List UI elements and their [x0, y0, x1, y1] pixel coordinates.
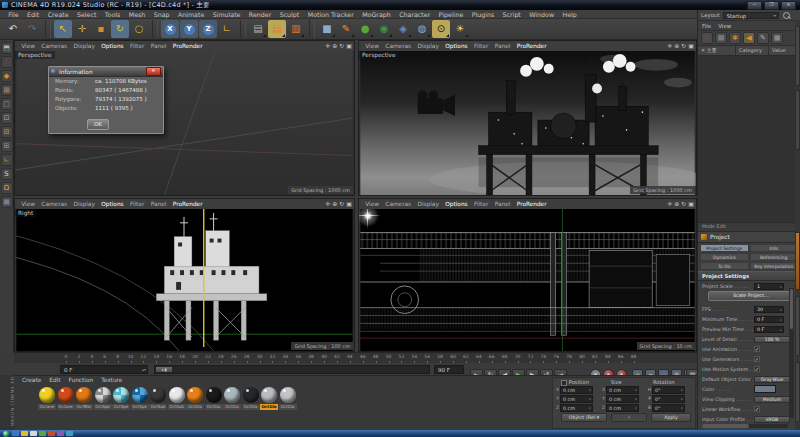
mode-magnet-snap[interactable]: Ω	[1, 182, 13, 194]
attr-checkbox-use-motion-system[interactable]: ✓	[754, 366, 760, 372]
material-12[interactable]: OctGla	[242, 387, 260, 410]
panel-menu-file[interactable]: File	[702, 23, 711, 29]
taskbar-icon-3[interactable]	[30, 431, 37, 436]
viewport-menu-options[interactable]: Options	[98, 201, 127, 207]
tool-lock-x-axis[interactable]: X	[161, 20, 179, 38]
taskbar-icon-7[interactable]	[66, 431, 73, 436]
coord-field[interactable]: 0 cm	[560, 404, 593, 412]
column-header-item[interactable]: ✕ 主要	[698, 46, 736, 55]
tool-undo[interactable]: ↶	[4, 20, 22, 38]
toggle-view-icon[interactable]: ▣	[688, 41, 694, 51]
mode-quantize[interactable]: ▦	[1, 196, 13, 208]
apply-button[interactable]: Apply	[651, 413, 691, 422]
mode-axis-mode[interactable]: ∟	[1, 154, 13, 166]
viewport-menu-cameras[interactable]: Cameras	[382, 43, 414, 49]
layout-dropdown[interactable]: Startup	[723, 12, 779, 19]
dock-tab[interactable]	[795, 296, 800, 356]
plugin-settings-icon[interactable]: ✱	[729, 32, 741, 44]
material-5[interactable]: OctSpe	[112, 387, 130, 410]
viewport-menu-display[interactable]: Display	[414, 43, 442, 49]
tool-lock-z-axis[interactable]: Z	[199, 20, 217, 38]
viewport-wireframe[interactable]: ViewCamerasDisplayOptionsFilterPanelProR…	[358, 198, 697, 352]
menu-tools[interactable]: Tools	[101, 11, 125, 18]
attr-checkbox-use-animation[interactable]: ✓	[754, 346, 760, 352]
menu-create[interactable]: Create	[44, 11, 73, 18]
coord-field[interactable]: 0°	[652, 395, 685, 403]
tool-camera[interactable]: ⊙	[432, 20, 450, 38]
taskbar-icon-2[interactable]	[21, 431, 28, 436]
end-frame-field[interactable]: 90 F	[434, 365, 464, 374]
taskbar-icon-4[interactable]	[39, 431, 46, 436]
button-scale-project[interactable]: Scale Project...	[708, 291, 794, 301]
zoom-icon[interactable]: ⊕	[332, 41, 337, 51]
object-mode-dropdown[interactable]: Object (Rel ▾	[561, 413, 607, 422]
mode-edges-mode[interactable]: ⊟	[1, 126, 13, 138]
tool-last-used-tool[interactable]: ○	[130, 20, 148, 38]
menu-motion-tracker[interactable]: Motion Tracker	[304, 11, 358, 18]
attr-dropdown-view-clipping[interactable]: Medium	[754, 396, 790, 403]
search-icon[interactable]	[783, 12, 790, 19]
viewport-menu-view[interactable]: View	[18, 43, 38, 49]
rotate-icon[interactable]: ↻	[339, 199, 344, 209]
size-mode-dropdown[interactable]: ▾	[611, 413, 647, 422]
viewport-menu-prorender[interactable]: ProRender	[514, 43, 550, 49]
material-2[interactable]: Octane	[57, 387, 75, 410]
coord-field[interactable]: 0 cm	[560, 395, 593, 403]
viewport-menu-filter[interactable]: Filter	[471, 201, 492, 207]
viewport-perspective-2[interactable]: ViewCamerasDisplayOptionsFilterPanelProR…	[358, 40, 697, 196]
coord-field[interactable]: 0°	[652, 386, 685, 394]
mode-workplane-mode[interactable]: ▢	[1, 98, 13, 110]
plugin-livedb-icon[interactable]: ◀	[743, 32, 755, 44]
tab-info[interactable]: Info	[750, 244, 799, 252]
close-button[interactable]: ✕	[781, 1, 796, 10]
material-4[interactable]: OctSpe	[94, 387, 112, 410]
mode-points-mode[interactable]: ⊡	[1, 112, 13, 124]
menu-simulate[interactable]: Simulate	[208, 11, 244, 18]
tool-rotate[interactable]: ↻	[111, 20, 129, 38]
mode-render-region[interactable]: ∴	[1, 56, 13, 68]
mode-texture-mode[interactable]: ▩	[1, 84, 13, 96]
viewport-menu-display[interactable]: Display	[70, 201, 98, 207]
zoom-icon[interactable]: ⊕	[332, 199, 337, 209]
powerslider-track[interactable]: ◂ ▮	[154, 365, 430, 374]
viewport-menu-filter[interactable]: Filter	[471, 43, 492, 49]
coord-field[interactable]: 0°	[652, 404, 685, 412]
material-7[interactable]: OctSub	[149, 387, 167, 410]
taskbar-icon-5[interactable]	[48, 431, 55, 436]
material-9[interactable]: OctGla	[186, 387, 204, 410]
menu-edit[interactable]: Edit	[23, 11, 44, 18]
zoom-icon[interactable]: ⊕	[674, 41, 679, 51]
tool-redo[interactable]: ↷	[23, 20, 41, 38]
attr-dropdown-input-color-profile[interactable]: sRGB	[754, 416, 790, 423]
tool-coordinate-system[interactable]: ∟	[218, 20, 236, 38]
tab-referencing[interactable]: Referencing	[750, 253, 799, 261]
menu-animate[interactable]: Animate	[174, 11, 209, 18]
material-menu-create[interactable]: Create	[18, 377, 45, 383]
attr-field-minimum-time[interactable]: 0 F	[754, 316, 784, 323]
pan-icon[interactable]: ✛	[667, 41, 672, 51]
viewport-menu-display[interactable]: Display	[414, 201, 442, 207]
viewport-menu-panel[interactable]: Panel	[148, 201, 170, 207]
start-button[interactable]	[3, 431, 9, 437]
viewport-menu-view[interactable]: View	[362, 43, 382, 49]
pan-icon[interactable]: ✛	[325, 41, 330, 51]
attr-field-fps[interactable]: 30	[754, 306, 784, 313]
viewport-menu-panel[interactable]: Panel	[492, 201, 514, 207]
viewport-menu-panel[interactable]: Panel	[148, 43, 170, 49]
viewport-menu-panel[interactable]: Panel	[492, 43, 514, 49]
menu-plugins[interactable]: Plugins	[467, 11, 498, 18]
menu-file[interactable]: File	[4, 11, 23, 18]
tool-mograph-cloner[interactable]: ◉	[375, 20, 393, 38]
section-header[interactable]: Project Settings	[698, 271, 800, 281]
viewport-menu-view[interactable]: View	[362, 201, 382, 207]
viewport-menu-prorender[interactable]: ProRender	[170, 201, 206, 207]
attr-dropdown-level-of-detail[interactable]: 100 %	[754, 336, 790, 343]
viewport-menu-options[interactable]: Options	[98, 43, 127, 49]
material-10[interactable]: OctGla	[205, 387, 223, 410]
plugin-render-icon[interactable]: ∴	[701, 32, 713, 44]
material-menu-edit[interactable]: Edit	[45, 377, 64, 383]
rotate-icon[interactable]: ↻	[681, 41, 686, 51]
tool-lock-y-axis[interactable]: Y	[180, 20, 198, 38]
material-1[interactable]: Octane	[38, 387, 56, 410]
minimize-button[interactable]: —	[747, 1, 762, 10]
